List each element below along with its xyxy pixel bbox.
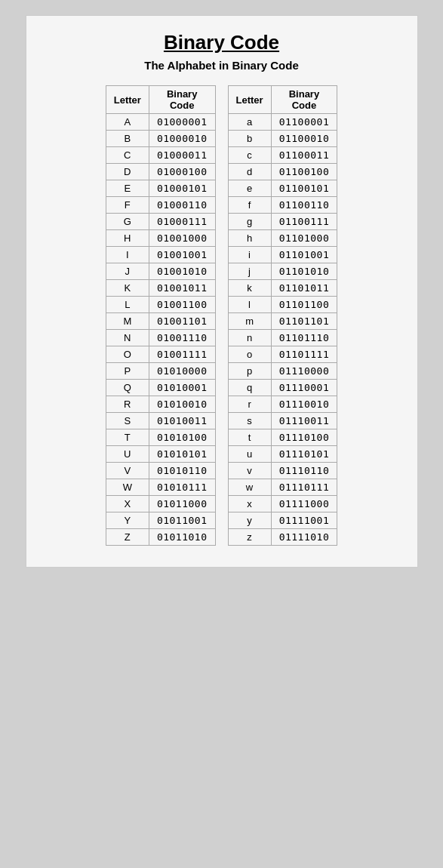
code-cell: 01011001	[149, 512, 215, 529]
code-cell: 01010010	[149, 396, 215, 413]
letter-cell: x	[228, 496, 271, 512]
table-row: t01110100	[228, 429, 337, 446]
code-cell: 01100011	[271, 147, 337, 164]
letter-cell: m	[228, 313, 271, 330]
letter-cell: I	[106, 247, 149, 263]
code-cell: 01010000	[149, 363, 215, 380]
code-cell: 01101101	[271, 313, 337, 330]
table-row: W01010111	[106, 479, 215, 496]
table-row: h01101000	[228, 230, 337, 247]
letter-cell: w	[228, 479, 271, 496]
table-row: b01100010	[228, 131, 337, 147]
lowercase-table: Letter BinaryCode a01100001b01100010c011…	[228, 85, 338, 546]
code-cell: 01001101	[149, 313, 215, 330]
code-cell: 01101100	[271, 297, 337, 313]
code-cell: 01101000	[271, 230, 337, 247]
letter-cell: J	[106, 263, 149, 280]
letter-cell: r	[228, 396, 271, 413]
table-row: P01010000	[106, 363, 215, 380]
code-cell: 01010110	[149, 463, 215, 479]
table-row: p01110000	[228, 363, 337, 380]
code-cell: 01111010	[271, 529, 337, 546]
table-row: y01111001	[228, 512, 337, 529]
page: Binary Code The Alphabet in Binary Code …	[26, 15, 418, 568]
code-cell: 01001100	[149, 297, 215, 313]
code-cell: 01011010	[149, 529, 215, 546]
letter-cell: D	[106, 164, 149, 180]
letter-cell: X	[106, 496, 149, 512]
code-cell: 01100111	[271, 214, 337, 230]
table-row: z01111010	[228, 529, 337, 546]
code-cell: 01000100	[149, 164, 215, 180]
letter-cell: l	[228, 297, 271, 313]
table-row: i01101001	[228, 247, 337, 263]
table-row: M01001101	[106, 313, 215, 330]
code-cell: 01100110	[271, 197, 337, 214]
letter-cell: G	[106, 214, 149, 230]
letter-cell: e	[228, 180, 271, 197]
code-cell: 01101110	[271, 330, 337, 346]
code-cell: 01010011	[149, 413, 215, 429]
table-row: O01001111	[106, 346, 215, 363]
table-row: E01000101	[106, 180, 215, 197]
table-row: R01010010	[106, 396, 215, 413]
table-row: Y01011001	[106, 512, 215, 529]
table-row: d01100100	[228, 164, 337, 180]
table-row: G01000111	[106, 214, 215, 230]
table-row: X01011000	[106, 496, 215, 512]
code-cell: 01110011	[271, 413, 337, 429]
letter-cell: C	[106, 147, 149, 164]
table-row: w01110111	[228, 479, 337, 496]
code-cell: 01010101	[149, 446, 215, 463]
letter-cell: b	[228, 131, 271, 147]
letter-cell: U	[106, 446, 149, 463]
subtitle: The Alphabet in Binary Code	[45, 59, 399, 72]
table-row: F01000110	[106, 197, 215, 214]
uppercase-table: Letter BinaryCode A01000001B01000010C010…	[106, 85, 216, 546]
table-row: n01101110	[228, 330, 337, 346]
table-row: T01010100	[106, 429, 215, 446]
letter-cell: z	[228, 529, 271, 546]
table-row: I01001001	[106, 247, 215, 263]
letter-cell: p	[228, 363, 271, 380]
letter-cell: d	[228, 164, 271, 180]
letter-cell: u	[228, 446, 271, 463]
letter-cell: t	[228, 429, 271, 446]
code-cell: 01001110	[149, 330, 215, 346]
code-cell: 01000111	[149, 214, 215, 230]
code-cell: 01110111	[271, 479, 337, 496]
letter-cell: W	[106, 479, 149, 496]
code-cell: 01000001	[149, 114, 215, 131]
code-cell: 01001111	[149, 346, 215, 363]
table1-col1-header: Letter	[106, 86, 149, 114]
code-cell: 01110001	[271, 380, 337, 396]
table-row: Z01011010	[106, 529, 215, 546]
table-row: u01110101	[228, 446, 337, 463]
table-row: x01111000	[228, 496, 337, 512]
letter-cell: v	[228, 463, 271, 479]
table-row: s01110011	[228, 413, 337, 429]
table-row: A01000001	[106, 114, 215, 131]
code-cell: 01101001	[271, 247, 337, 263]
code-cell: 01100010	[271, 131, 337, 147]
table-row: g01100111	[228, 214, 337, 230]
table-row: L01001100	[106, 297, 215, 313]
letter-cell: F	[106, 197, 149, 214]
table-row: K01001011	[106, 280, 215, 297]
code-cell: 01001010	[149, 263, 215, 280]
code-cell: 01100100	[271, 164, 337, 180]
code-cell: 01110000	[271, 363, 337, 380]
code-cell: 01010001	[149, 380, 215, 396]
table-row: C01000011	[106, 147, 215, 164]
letter-cell: N	[106, 330, 149, 346]
letter-cell: h	[228, 230, 271, 247]
code-cell: 01101010	[271, 263, 337, 280]
table-row: H01001000	[106, 230, 215, 247]
table-row: k01101011	[228, 280, 337, 297]
code-cell: 01110101	[271, 446, 337, 463]
letter-cell: i	[228, 247, 271, 263]
letter-cell: Q	[106, 380, 149, 396]
letter-cell: S	[106, 413, 149, 429]
code-cell: 01001000	[149, 230, 215, 247]
code-cell: 01110110	[271, 463, 337, 479]
